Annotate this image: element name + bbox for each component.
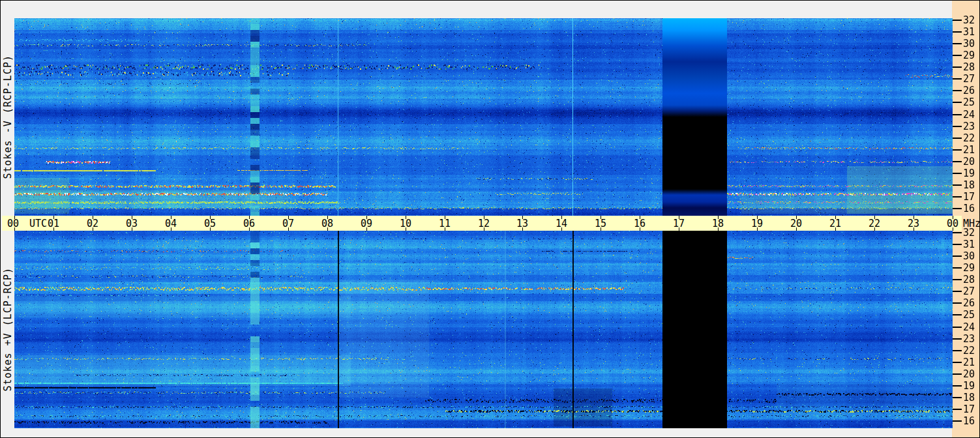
hour-label: 10 [400,218,411,228]
freq-tick-dash [953,327,962,328]
hour-label: 03 [126,218,138,228]
time-axis: 00UTC01020304050607080910111213141516171… [1,216,980,231]
hour-label: 19 [751,218,763,228]
freq-tick-dash [953,196,962,197]
hour-label: 06 [243,218,255,228]
freq-tick-dash [953,420,962,422]
hour-label: 11 [439,218,451,228]
freq-tick-dash [953,256,962,257]
freq-tick-label: 18 [963,181,980,190]
freq-tick-label: 26 [963,299,980,308]
freq-tick-dash [953,338,962,340]
freq-tick-dash [953,66,962,68]
freq-tick-label: 32 [963,227,980,237]
freq-tick-label: 31 [963,239,980,249]
hour-label: 13 [516,218,528,228]
utc-label: UTC [29,218,47,228]
freq-tick-dash [953,385,962,387]
freq-tick-label: 28 [963,63,980,72]
hour-label: 16 [634,218,646,228]
freq-tick-label: 20 [963,156,980,166]
freq-tick-dash [953,397,962,398]
freq-tick-label: 23 [963,121,980,131]
freq-tick-dash [953,267,962,269]
bottom-margin [1,428,952,437]
freq-tick-label: 28 [963,275,980,285]
hour-label: 01 [48,218,59,228]
freq-tick-label: 31 [963,27,980,36]
freq-tick-label: 18 [963,393,980,403]
freq-tick-dash [953,350,962,351]
hour-label: 14 [556,218,567,228]
freq-tick-dash [953,362,962,363]
freq-tick-label: 22 [963,133,980,143]
freq-tick-label: 32 [963,15,980,25]
freq-tick-label: 26 [963,86,980,96]
freq-tick-dash [953,291,962,292]
freq-tick-label: 19 [963,381,980,391]
stokes-plus-v-axis-label: Stokes +V (LCP-RCP) [1,231,14,428]
freq-tick-label: 24 [963,322,980,332]
freq-tick-label: 29 [963,51,980,61]
freq-tick-label: 21 [963,357,980,367]
hour-label: 12 [478,218,490,228]
freq-tick-label: 17 [963,405,980,415]
stokes-minus-v-axis-label: Stokes -V (RCP-LCP) [1,18,14,216]
hour-label: 21 [829,218,841,228]
freq-tick-label: 24 [963,110,980,119]
hour-label: 09 [361,218,372,228]
freq-tick-dash [953,173,962,174]
freq-tick-label: 30 [963,251,980,261]
freq-tick-label: 20 [963,369,980,379]
freq-tick-dash [953,314,962,315]
hour-label: 23 [908,218,919,228]
hour-label: 17 [673,218,685,228]
hour-label: 05 [204,218,216,228]
freq-tick-label: 27 [963,287,980,297]
freq-tick-dash [953,114,962,115]
freq-tick-dash [953,20,962,21]
spectrogram-top-panel [14,18,953,216]
freq-tick-label: 27 [963,74,980,84]
freq-tick-label: 19 [963,169,980,179]
freq-tick-label: 23 [963,334,980,343]
freq-tick-dash [953,244,962,245]
hour-label: 08 [321,218,333,228]
hour-label: 20 [790,218,802,228]
dps-viewer-window: AJ4CO Observatory 30 May 2021 - DPS on T… [0,0,980,438]
freq-tick-label: 21 [963,145,980,154]
freq-tick-dash [953,138,962,139]
freq-tick-dash [953,279,962,280]
freq-tick-dash [953,184,962,186]
freq-tick-label: 25 [963,310,980,320]
freq-tick-dash [953,232,962,233]
freq-tick-dash [953,161,962,162]
freq-tick-label: 16 [963,416,980,426]
freq-tick-dash [953,373,962,375]
freq-tick-dash [953,90,962,91]
freq-tick-label: 25 [963,98,980,108]
freq-tick-dash [953,102,962,103]
freq-tick-label: 30 [963,38,980,48]
freq-tick-label: 29 [963,263,980,273]
title-bar: AJ4CO Observatory 30 May 2021 - DPS on T… [1,1,952,18]
hour-label: 00 [7,218,19,228]
freq-tick-dash [953,302,962,304]
freq-tick-dash [953,43,962,44]
freq-tick-dash [953,149,962,151]
freq-tick-dash [953,208,962,209]
spectrogram-bottom-panel [14,231,953,428]
freq-tick-label: 22 [963,345,980,355]
hour-label: 07 [282,218,294,228]
hour-label: 18 [712,218,724,228]
freq-tick-dash [953,78,962,80]
hour-label: 02 [87,218,98,228]
freq-tick-label: 16 [963,204,980,214]
hour-label: 22 [869,218,880,228]
freq-tick-dash [953,409,962,410]
frequency-tick-labels: 3231302928272625242322212019181716323130… [952,1,980,438]
freq-tick-dash [953,126,962,127]
hour-label: 15 [595,218,606,228]
hour-label: 04 [165,218,177,228]
freq-tick-label: 17 [963,192,980,202]
